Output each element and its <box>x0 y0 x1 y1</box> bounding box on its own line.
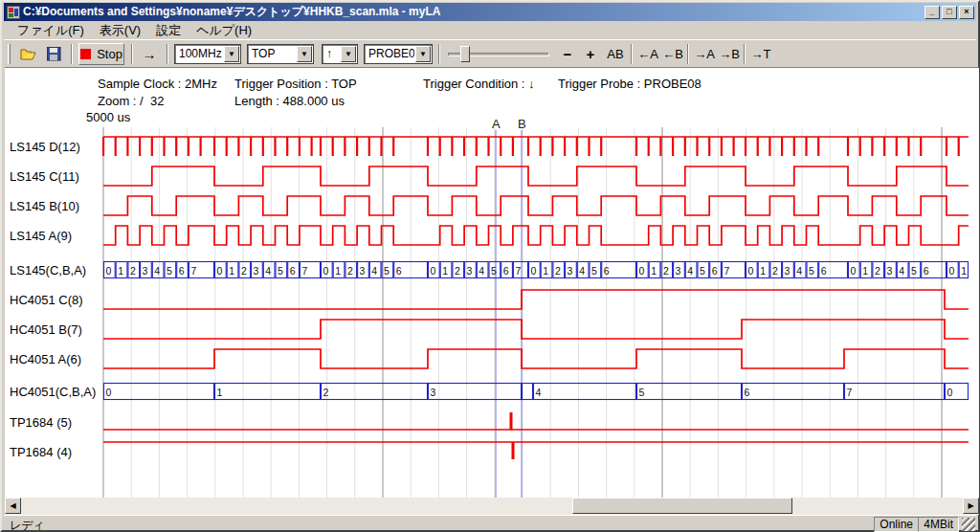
title-bar[interactable]: C:¥Documents and Settings¥noname¥デスクトップ¥… <box>4 3 976 21</box>
chevron-down-icon[interactable]: ▼ <box>224 46 239 62</box>
ls145-bus-value: 0 <box>748 265 754 277</box>
ls145-bus-value: 7 <box>724 265 729 277</box>
ls145-bus-value: 4 <box>265 265 271 277</box>
hc4051-bus-value: 3 <box>431 387 436 398</box>
ls145-bus-value: 1 <box>651 265 657 277</box>
scroll-right-button[interactable]: ▶ <box>963 498 979 514</box>
ls145-bus-value: 3 <box>467 265 473 277</box>
channel-label: TP1684 (5) <box>10 415 72 430</box>
window-title: C:¥Documents and Settings¥noname¥デスクトップ¥… <box>23 4 924 20</box>
sample-clock-value: 100MHz <box>175 45 223 63</box>
ls145-bus-value: 4 <box>899 265 904 277</box>
ls145-bus-value: 5 <box>591 265 597 277</box>
ls145-bus-value: 2 <box>130 265 136 277</box>
goto-cursor-a-button[interactable]: ←A <box>635 43 660 65</box>
menu-file[interactable]: ファイル(F) <box>10 21 92 40</box>
waveform-trace <box>103 166 969 186</box>
toolbar: Stop → 100MHz ▼ TOP ▼ ↑ ▼ PROBE00 ▼ − + … <box>4 39 976 67</box>
online-status-badge: Online <box>874 517 919 532</box>
ls145-bus-value: 2 <box>663 265 669 277</box>
ls145-bus-value: 1 <box>961 265 967 277</box>
hc4051-bus-cell <box>534 384 636 400</box>
ls145-bus-value: 2 <box>455 265 460 277</box>
scroll-left-button[interactable]: ◀ <box>5 498 21 514</box>
hc4051-bus-value: 5 <box>639 387 645 398</box>
ls145-bus-value: 0 <box>431 265 436 277</box>
hc4051-bus-cell <box>322 384 428 400</box>
scrollbar-thumb[interactable] <box>572 498 792 514</box>
hc4051-bus-cell <box>523 384 533 400</box>
ls145-bus-value: 6 <box>290 265 296 277</box>
maximize-button[interactable]: □ <box>942 6 957 19</box>
channel-label: HC4051(C,B,A) <box>10 385 96 399</box>
trigger-probe-select[interactable]: PROBE00 ▼ <box>364 44 433 64</box>
floppy-icon <box>47 47 61 61</box>
ls145-bus-value: 0 <box>851 265 857 277</box>
ls145-bus-value: 6 <box>396 265 402 277</box>
toolbar-separator <box>744 44 746 64</box>
trigger-edge-select[interactable]: ↑ ▼ <box>322 44 358 64</box>
zoom-ab-button[interactable]: AB <box>603 43 628 65</box>
ls145-bus-value: 1 <box>760 265 766 277</box>
save-button[interactable] <box>42 43 65 65</box>
waveform-plot[interactable]: LS145 D(12)LS145 C(11)LS145 B(10)LS145 A… <box>5 68 979 499</box>
close-button[interactable]: × <box>959 6 974 19</box>
chevron-down-icon[interactable]: ▼ <box>415 46 431 62</box>
waveform-trace <box>103 226 969 245</box>
sample-clock-select[interactable]: 100MHz ▼ <box>174 44 241 64</box>
stop-icon <box>80 49 91 59</box>
resize-grip[interactable] <box>962 518 975 531</box>
ls145-bus-value: 1 <box>442 265 448 277</box>
ls145-bus-value: 5 <box>809 265 814 277</box>
minimize-button[interactable]: _ <box>924 6 940 19</box>
waveform-trace <box>103 290 969 309</box>
menu-bar: ファイル(F) 表示(V) 設定 ヘルプ(H) <box>4 21 976 39</box>
stop-button[interactable]: Stop <box>78 43 124 65</box>
ls145-bus-value: 6 <box>712 265 718 277</box>
goto-trigger-button[interactable]: →T <box>748 43 773 65</box>
ls145-bus-value: 0 <box>323 265 329 277</box>
hc4051-bus-cell <box>215 384 321 400</box>
waveform-area: Sample Clock : 2MHz Trigger Position : T… <box>5 67 979 498</box>
chevron-down-icon[interactable]: ▼ <box>341 46 356 62</box>
open-file-button[interactable] <box>17 43 40 65</box>
channel-label: LS145(C,B,A) <box>10 263 86 277</box>
open-folder-icon <box>20 48 37 61</box>
trigger-position-select[interactable]: TOP ▼ <box>247 44 314 64</box>
goto-cursor-b-button[interactable]: ←B <box>660 43 685 65</box>
channel-label: LS145 A(9) <box>10 229 72 243</box>
ls145-bus-value: 2 <box>347 265 353 277</box>
ls145-bus-value: 3 <box>568 265 573 277</box>
menu-help[interactable]: ヘルプ(H) <box>189 21 259 40</box>
zoom-out-button[interactable]: − <box>557 43 578 65</box>
ls145-bus-value: 3 <box>676 265 681 277</box>
horizontal-scrollbar[interactable]: ◀ ▶ <box>5 498 979 515</box>
ls145-bus-value: 5 <box>911 265 917 277</box>
hc4051-bus-value: 7 <box>847 387 853 398</box>
set-cursor-b-button[interactable]: →B <box>717 43 742 65</box>
ls145-bus-value: 4 <box>796 265 802 277</box>
ls145-bus-value: 7 <box>190 265 196 277</box>
ls145-bus-value: 4 <box>687 265 693 277</box>
toolbar-separator <box>631 44 633 64</box>
menu-view[interactable]: 表示(V) <box>92 21 148 40</box>
chevron-down-icon[interactable]: ▼ <box>297 46 312 62</box>
trigger-probe-value: PROBE00 <box>365 45 414 63</box>
channel-label: LS145 D(12) <box>10 140 80 154</box>
hc4051-bus-cell <box>429 384 522 400</box>
toolbar-separator <box>71 44 73 64</box>
menu-settings[interactable]: 設定 <box>148 21 189 40</box>
zoom-slider-thumb[interactable] <box>460 46 470 62</box>
run-button[interactable]: → <box>137 43 162 65</box>
ls145-bus-value: 4 <box>154 265 160 277</box>
memory-size-badge: 4MBit <box>918 517 959 532</box>
ls145-bus-value: 5 <box>491 265 497 277</box>
hc4051-bus-value: 2 <box>323 387 329 398</box>
ls145-bus-value: 5 <box>167 265 172 277</box>
ls145-bus-value: 5 <box>278 265 283 277</box>
ls145-bus-value: 2 <box>241 265 247 277</box>
ls145-bus-value: 4 <box>579 265 585 277</box>
channel-label: LS145 B(10) <box>10 199 79 213</box>
zoom-in-button[interactable]: + <box>580 43 601 65</box>
set-cursor-a-button[interactable]: →A <box>692 43 717 65</box>
